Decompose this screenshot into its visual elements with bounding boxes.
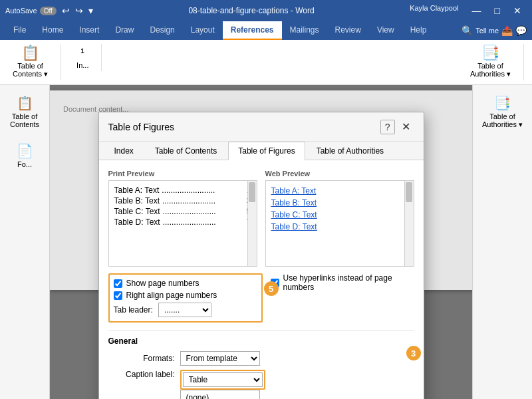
print-row-1: Table A: Text ........................ 1 (114, 185, 251, 196)
web-preview-scrollbar[interactable] (404, 181, 414, 266)
print-preview-scroll-thumb (249, 182, 255, 202)
web-link-1[interactable]: Table A: Text (271, 186, 317, 196)
dialog-tab-tof[interactable]: Table of Figures (228, 142, 305, 160)
dialog-help-button[interactable]: ? (380, 120, 395, 134)
ribbon-group-toc: 📋 Table ofContents ▾ (8, 44, 61, 80)
include-label-row: Include label (108, 394, 414, 399)
sidebar-right-toa-label: Table of Authorities ▾ (481, 112, 525, 129)
dialog-tab-index[interactable]: Index (104, 142, 144, 160)
tab-mailings[interactable]: Mailings (282, 21, 327, 40)
share-icon[interactable]: 📤 (501, 25, 513, 36)
tab-help[interactable]: Help (402, 21, 435, 40)
web-row-1: Table A: Text (271, 185, 408, 197)
autosave-label: AutoSave (5, 7, 37, 15)
close-button[interactable]: ✕ (508, 4, 527, 17)
toc-label: Table ofContents ▾ (13, 62, 48, 78)
insert-footnote-button[interactable]: ¹ In... (72, 44, 93, 71)
print-preview-content: Table A: Text ........................ 1… (108, 180, 257, 267)
dropdown-item-none[interactable]: (none) (181, 390, 259, 399)
options-right-panel: Use hyperlinks instead of page numbers (271, 273, 414, 323)
quicksave-icon[interactable]: ▾ (88, 5, 93, 16)
tab-design[interactable]: Design (142, 21, 182, 40)
tab-home[interactable]: Home (34, 21, 71, 40)
sidebar-toc-icon: 📋 (17, 95, 33, 111)
print-row-1-text: Table A: Text (114, 186, 160, 195)
preview-row: Print Preview Table A: Text ............… (108, 170, 414, 267)
sidebar-toc-label: Table of Contents (3, 112, 47, 128)
use-hyperlinks-row: Use hyperlinks instead of page numbers (271, 273, 414, 292)
tab-view[interactable]: View (369, 21, 402, 40)
web-link-4[interactable]: Table D: Text (271, 222, 317, 231)
tab-layout[interactable]: Layout (183, 21, 223, 40)
formats-select[interactable]: From template Classic Distinctive Formal (180, 351, 260, 366)
print-row-3-text: Table C: Text (114, 207, 160, 216)
caption-label-label: Caption label: (108, 370, 175, 379)
dialog-title-text: Table of Figures (108, 122, 175, 132)
undo-icon[interactable]: ↩ (62, 5, 70, 16)
formats-row: Formats: From template Classic Distincti… (108, 351, 414, 366)
redo-icon[interactable]: ↪ (75, 5, 83, 16)
web-row-4: Table D: Text (271, 221, 408, 233)
tab-leader-row: Tab leader: ....... ——— (none) (114, 303, 257, 317)
print-row-4: Table D: Text ........................ 7 (114, 217, 251, 227)
web-preview-box: Web Preview Table A: Text Table B: Text … (265, 170, 414, 267)
right-panel: 📑 Table of Authorities ▾ (472, 85, 532, 399)
toa-icon: 📑 (481, 46, 499, 61)
print-preview-box: Print Preview Table A: Text ............… (108, 170, 257, 267)
web-link-2[interactable]: Table B: Text (271, 198, 317, 207)
web-row-3: Table C: Text (271, 209, 408, 221)
caption-label-select[interactable]: Table (none) Equation Figure (183, 372, 263, 387)
title-bar-left: AutoSave Off ↩ ↪ ▾ (5, 5, 93, 16)
caption-label-wrapper: Table (none) Equation Figure (none) (180, 370, 265, 390)
user-name: Kayla Claypool (410, 4, 458, 17)
print-row-3-dots: ........................ (163, 207, 244, 216)
sidebar-fo-button[interactable]: 📄 Fo... (0, 138, 51, 173)
tab-references[interactable]: References (223, 21, 282, 40)
show-page-numbers-checkbox[interactable] (114, 279, 122, 288)
search-icon[interactable]: 🔍 (462, 25, 473, 36)
tab-file[interactable]: File (5, 21, 34, 40)
sidebar-fo-label: Fo... (17, 160, 32, 168)
document-area: Document content... Table of Figures ? ✕… (50, 85, 472, 399)
print-row-4-dots: ........................ (163, 217, 244, 227)
toc-icon: 📋 (21, 46, 39, 61)
dialog-close-button[interactable]: ✕ (398, 119, 414, 134)
left-panel: 📋 Table of Contents 📄 Fo... (0, 85, 50, 399)
dialog-title-buttons: ? ✕ (380, 119, 414, 134)
autosave-toggle[interactable]: Off (40, 7, 57, 15)
sidebar-toc-button[interactable]: 📋 Table of Contents (0, 90, 51, 133)
table-of-authorities-button[interactable]: 📑 Table ofAuthorities ▾ (466, 44, 515, 80)
general-title: General (108, 336, 414, 346)
print-preview-scrollbar[interactable] (247, 181, 257, 266)
dialog-tab-bar: Index Table of Contents Table of Figures… (99, 142, 424, 160)
dialog-tab-toc[interactable]: Table of Contents (145, 142, 227, 160)
ribbon-tab-bar: File Home Insert Draw Design Layout Refe… (0, 21, 532, 40)
general-section: General Formats: From template Classic D… (108, 331, 414, 399)
dialog-tab-toa[interactable]: Table of Authorities (307, 142, 394, 160)
right-align-checkbox[interactable] (114, 291, 122, 300)
maximize-button[interactable]: □ (489, 4, 505, 17)
tab-review[interactable]: Review (327, 21, 369, 40)
web-link-3[interactable]: Table C: Text (271, 210, 317, 219)
title-bar-controls: Kayla Claypool — □ ✕ (410, 4, 527, 17)
tab-insert[interactable]: Insert (71, 21, 107, 40)
comments-icon[interactable]: 💬 (515, 25, 527, 36)
caption-label-row: Caption label: Table (none) Equation Fig… (108, 370, 414, 390)
print-row-2: Table B: Text ........................ 3 (114, 196, 251, 206)
ribbon: File Home Insert Draw Design Layout Refe… (0, 21, 532, 85)
tab-leader-select[interactable]: ....... ——— (none) (158, 303, 211, 317)
table-of-contents-button[interactable]: 📋 Table ofContents ▾ (8, 44, 53, 80)
web-preview-scroll-thumb (406, 182, 412, 202)
sidebar-fo-icon: 📄 (17, 143, 33, 159)
show-page-numbers-label: Show page numbers (126, 279, 200, 288)
footnote-icon: ¹ (80, 46, 84, 60)
show-page-numbers-row: Show page numbers (114, 279, 257, 288)
use-hyperlinks-label: Use hyperlinks instead of page numbers (283, 273, 414, 292)
caption-dropdown-open: (none) Equation Figure Table (180, 390, 260, 399)
ribbon-content: 📋 Table ofContents ▾ ¹ In... 📑 Table ofA… (0, 40, 532, 84)
footnote-label: In... (76, 61, 88, 69)
print-row-4-text: Table D: Text (114, 217, 160, 227)
sidebar-right-toa-button[interactable]: 📑 Table of Authorities ▾ (476, 90, 529, 134)
minimize-button[interactable]: — (467, 4, 487, 17)
tab-draw[interactable]: Draw (107, 21, 142, 40)
